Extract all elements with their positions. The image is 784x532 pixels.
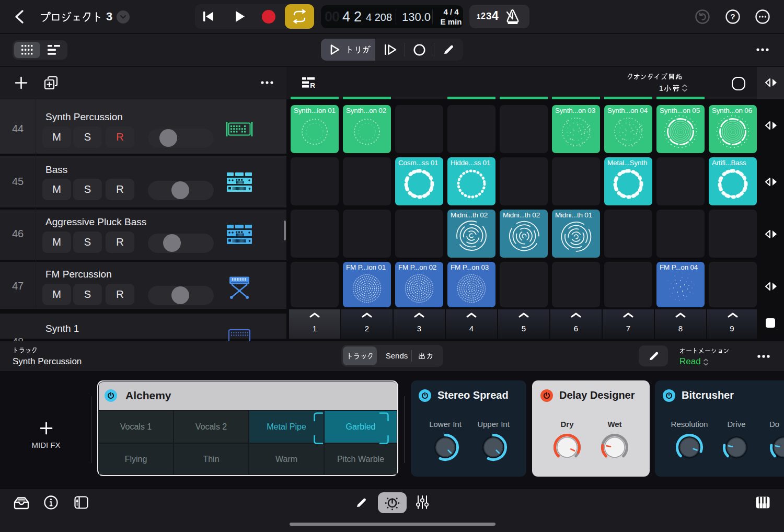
svg-text:R: R (310, 82, 315, 89)
svg-text:?: ? (730, 12, 735, 21)
